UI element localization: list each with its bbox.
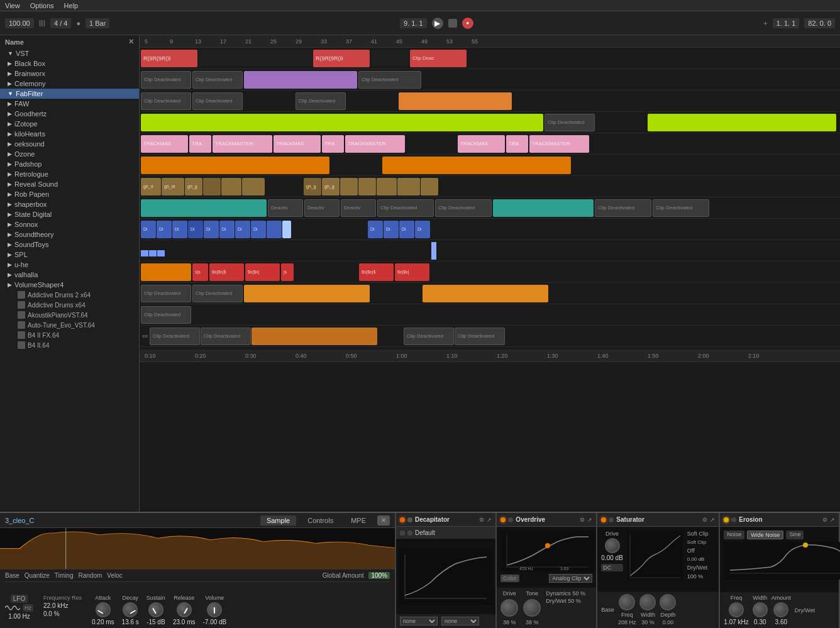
- sat-softclip-value[interactable]: Soft Clip: [687, 539, 709, 545]
- record-button[interactable]: ●: [462, 18, 473, 29]
- clip[interactable]: Di: [141, 221, 156, 238]
- overdrive-menu[interactable]: ⚙: [580, 517, 585, 523]
- clip[interactable]: s|s: [192, 263, 208, 281]
- clip[interactable]: Clip Deactivated: [296, 92, 346, 110]
- overdrive-color-btn[interactable]: Color: [500, 575, 519, 582]
- saturator-menu[interactable]: ⚙: [702, 517, 707, 523]
- tab-quantize[interactable]: Quantize: [25, 572, 50, 579]
- clip[interactable]: Clip Deactivated: [404, 328, 454, 345]
- plugin-b4fx[interactable]: B4 II FX.64: [0, 330, 139, 340]
- sat-freq-knob[interactable]: [619, 594, 635, 610]
- mini-clip[interactable]: [149, 250, 157, 256]
- clip[interactable]: Di: [172, 221, 187, 238]
- clip[interactable]: [358, 178, 376, 196]
- clip[interactable]: Clip Deactivated: [192, 92, 243, 110]
- clip[interactable]: TRACKMAS: [141, 135, 188, 153]
- sidebar-izotope[interactable]: ▶ iZotope: [0, 119, 139, 129]
- clip[interactable]: [423, 285, 548, 302]
- sidebar-kilohearts[interactable]: ▶ kiloHearts: [0, 129, 139, 139]
- sidebar-celemony[interactable]: ▶ Celemony: [0, 79, 139, 89]
- clip[interactable]: TRACKMAS: [458, 135, 505, 153]
- clip[interactable]: $s|$s|: [245, 263, 280, 281]
- clip[interactable]: TRACKMASTER: [529, 135, 589, 153]
- erosion-freq-knob[interactable]: [729, 602, 744, 617]
- lfo-type-btn[interactable]: LFO: [11, 595, 28, 603]
- play-button[interactable]: ▶: [432, 18, 443, 29]
- tab-timing[interactable]: Timing: [55, 572, 74, 579]
- decapitator-menu[interactable]: ⚙: [479, 517, 484, 523]
- decay-knob[interactable]: [123, 602, 138, 617]
- clip[interactable]: R(9R(9R(9: [141, 50, 197, 67]
- erosion-noise-btn[interactable]: Noise: [724, 531, 744, 539]
- lfo-shape[interactable]: Hz: [23, 604, 33, 612]
- clip[interactable]: TRACKMAS: [274, 135, 321, 153]
- clip[interactable]: Clip Deactivated: [435, 199, 492, 217]
- clip[interactable]: gh_d: [141, 178, 161, 196]
- sat-drive-knob[interactable]: [605, 538, 620, 553]
- clip[interactable]: Clip Deactivated: [141, 92, 191, 110]
- sidebar-valhalla[interactable]: ▶ valhalla: [0, 270, 139, 280]
- sidebar-rob-papen[interactable]: ▶ Rob Papen: [0, 189, 139, 199]
- sidebar-fabfilter[interactable]: ▼ FabFilter: [0, 89, 139, 99]
- stop-button[interactable]: [448, 19, 457, 28]
- clip[interactable]: [267, 221, 282, 238]
- clip[interactable]: Di: [415, 221, 430, 238]
- clip[interactable]: Clip Deactivated: [358, 71, 421, 89]
- sidebar-state-digital[interactable]: ▶ State Digital: [0, 209, 139, 219]
- od-drive-knob[interactable]: [500, 599, 518, 617]
- global-amount-value[interactable]: 100%: [368, 572, 390, 579]
- sidebar-volumeshaper4[interactable]: ▶ VolumeShaper4: [0, 280, 139, 290]
- plugin-autotune[interactable]: Auto-Tune_Evo_VST.64: [0, 320, 139, 330]
- position-display[interactable]: 9. 1. 1: [400, 18, 427, 28]
- tab-sample[interactable]: Sample: [260, 515, 296, 526]
- clip[interactable]: Di: [219, 221, 235, 238]
- clip[interactable]: Di: [157, 221, 172, 238]
- clip[interactable]: gh_g: [322, 178, 340, 196]
- sidebar-vst[interactable]: ▼ VST: [0, 48, 139, 58]
- od-tone-knob[interactable]: [523, 599, 541, 617]
- clip[interactable]: Clip Deactivated: [595, 199, 651, 217]
- tab-base[interactable]: Base: [5, 572, 19, 579]
- clip[interactable]: gh_g: [185, 178, 202, 196]
- clip[interactable]: TRACKMASTER: [213, 135, 272, 153]
- decap-select2[interactable]: none: [441, 617, 479, 625]
- clip[interactable]: Clip Deactivated: [141, 306, 191, 324]
- mini-clip[interactable]: [141, 250, 148, 256]
- decapitator-power-led[interactable]: [400, 517, 405, 522]
- clip[interactable]: Clip Deactivated: [377, 199, 434, 217]
- clip[interactable]: [397, 178, 420, 196]
- erosion-sine-btn[interactable]: Sine: [786, 531, 804, 539]
- clip[interactable]: Clip Deactivated: [653, 199, 709, 217]
- clip[interactable]: [203, 178, 221, 196]
- menu-help[interactable]: Help: [64, 2, 79, 9]
- clip[interactable]: [493, 199, 594, 217]
- time-sig[interactable]: 4 / 4: [50, 18, 71, 28]
- clip[interactable]: [377, 178, 397, 196]
- plugin-akoustik[interactable]: AkoustikPianoVST.64: [0, 310, 139, 320]
- erosion-resize[interactable]: ↗: [830, 517, 835, 523]
- sat-width-knob[interactable]: [639, 594, 656, 610]
- clip[interactable]: $s|$s|: [395, 263, 429, 281]
- clip[interactable]: Clip Deactivated: [192, 71, 243, 89]
- sidebar-reveal-sound[interactable]: ▶ Reveal Sound: [0, 179, 139, 189]
- clip[interactable]: [340, 178, 358, 196]
- clip[interactable]: Clip Deactivated: [141, 285, 191, 302]
- close-sample[interactable]: ✕: [377, 515, 390, 526]
- clip[interactable]: $s|$s|$: [209, 263, 244, 281]
- clip[interactable]: [648, 114, 836, 131]
- clip[interactable]: Di: [235, 221, 250, 238]
- clip[interactable]: [244, 285, 370, 302]
- mini-clip[interactable]: [157, 250, 165, 256]
- overdrive-mode-select[interactable]: Analog Clip: [549, 574, 592, 583]
- clip[interactable]: [421, 178, 438, 196]
- decap-select1[interactable]: none: [400, 617, 438, 625]
- position3[interactable]: 82. 0. 0: [804, 18, 835, 28]
- sidebar-padshop[interactable]: ▶ Padshop: [0, 159, 139, 169]
- sidebar-black-box[interactable]: ▶ Black Box: [0, 58, 139, 69]
- sidebar-shaperbox[interactable]: ▶ shaperbox: [0, 199, 139, 209]
- erosion-power-led[interactable]: [724, 517, 729, 522]
- menu-view[interactable]: View: [5, 2, 20, 9]
- clip[interactable]: TRA: [189, 135, 211, 153]
- clip[interactable]: [141, 263, 191, 281]
- sidebar-soundtoys[interactable]: ▶ SoundToys: [0, 240, 139, 250]
